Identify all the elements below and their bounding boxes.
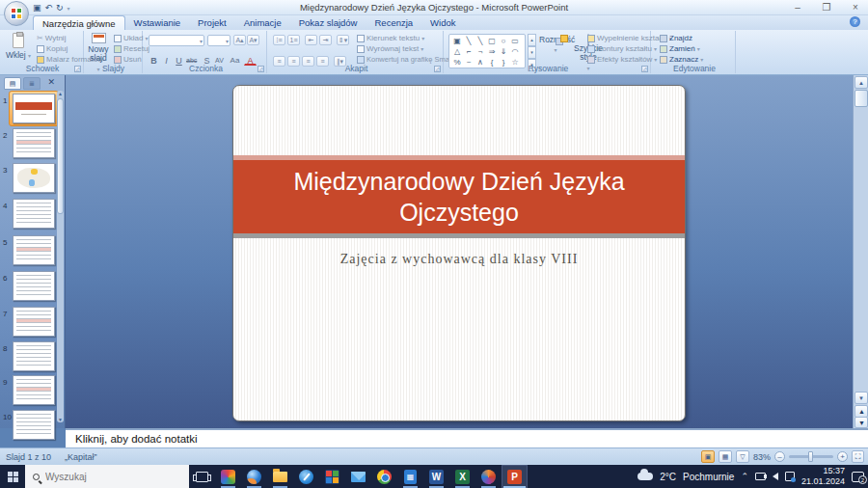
action-center-icon[interactable] bbox=[785, 472, 795, 481]
replace-button[interactable]: Zamień ▾ bbox=[660, 44, 700, 53]
shape-arc-icon[interactable]: ◠ bbox=[509, 46, 521, 57]
shape-elbow-icon[interactable]: ⌐ bbox=[463, 46, 475, 57]
hidden-icons-chevron-icon[interactable]: ⌃ bbox=[741, 472, 748, 481]
slide-thumbnail-7[interactable] bbox=[13, 307, 55, 337]
slide-subtitle[interactable]: Zajęcia z wychowawcą dla klasy VIII bbox=[233, 252, 685, 267]
taskbar-excel[interactable]: X bbox=[449, 465, 475, 488]
fit-to-window-button[interactable]: ⛶ bbox=[852, 450, 864, 463]
shape-rounded-rect-icon[interactable]: ▭ bbox=[509, 36, 521, 46]
weather-cloud-icon[interactable] bbox=[637, 473, 653, 480]
task-view-button[interactable] bbox=[189, 465, 215, 488]
shape-triangle-icon[interactable]: △ bbox=[451, 46, 463, 57]
taskbar-powerpoint[interactable]: P bbox=[502, 465, 528, 488]
taskbar-mail[interactable] bbox=[345, 465, 371, 488]
paragraph-dialog-launcher-icon[interactable]: ◿ bbox=[434, 66, 441, 72]
shape-arrow-icon[interactable]: ╲ bbox=[475, 36, 486, 46]
tab-slideshow[interactable]: Pokaz slajdów bbox=[290, 15, 366, 29]
next-slide-button[interactable]: ▼▼ bbox=[854, 417, 868, 428]
taskbar-calculator[interactable]: ▦ bbox=[397, 465, 423, 488]
delete-slide-button[interactable]: Usuń bbox=[114, 55, 142, 64]
shapes-scroll-down-icon[interactable]: ▾ bbox=[528, 46, 536, 59]
shrink-font-button[interactable]: A▾ bbox=[247, 35, 259, 45]
arrange-button[interactable]: Rozmieść▾ bbox=[539, 35, 572, 54]
slide-thumbnail-3[interactable] bbox=[13, 163, 55, 193]
slide-thumbnail-1[interactable] bbox=[13, 94, 55, 123]
paste-button[interactable]: Wklej ▾ bbox=[3, 33, 34, 60]
outline-tab[interactable]: ≣ bbox=[23, 77, 41, 90]
taskbar-paint[interactable] bbox=[475, 465, 502, 488]
align-text-button[interactable]: Wyrównaj tekst ▾ bbox=[357, 44, 423, 53]
text-direction-button[interactable]: Kierunek tekstu ▾ bbox=[357, 34, 424, 42]
tab-insert[interactable]: Wstawianie bbox=[125, 15, 190, 29]
panel-scroll-down-icon[interactable]: ▼ bbox=[57, 417, 64, 422]
shape-oval-icon[interactable]: ○ bbox=[498, 36, 509, 46]
taskbar-chrome[interactable] bbox=[371, 465, 397, 488]
font-size-combo[interactable]: ▾ bbox=[207, 35, 231, 46]
font-dialog-launcher-icon[interactable]: ◿ bbox=[258, 66, 264, 72]
numbering-button[interactable]: 1≡ bbox=[287, 35, 300, 45]
scroll-up-icon[interactable]: ▲ bbox=[854, 76, 868, 89]
office-button[interactable] bbox=[4, 1, 29, 26]
scroll-thumb[interactable] bbox=[854, 90, 868, 107]
panel-scroll-thumb[interactable] bbox=[57, 98, 64, 214]
tab-animations[interactable]: Animacje bbox=[235, 15, 290, 29]
slide-thumbnail-6[interactable] bbox=[13, 271, 55, 301]
close-button[interactable]: × bbox=[849, 2, 862, 13]
taskbar-search[interactable] bbox=[25, 465, 189, 488]
tab-view[interactable]: Widok bbox=[421, 15, 464, 29]
grow-font-button[interactable]: A▴ bbox=[233, 35, 246, 45]
slide-thumbnail-9[interactable] bbox=[13, 375, 55, 405]
shapes-scroll-up-icon[interactable]: ▴ bbox=[528, 34, 536, 46]
tray-temperature[interactable]: 2°C bbox=[660, 472, 676, 482]
taskbar-edge-browser[interactable] bbox=[241, 465, 267, 488]
notes-placeholder[interactable]: Kliknij, aby dodać notatki bbox=[75, 433, 198, 445]
slide-thumbnail-5[interactable] bbox=[13, 235, 55, 265]
cut-button[interactable]: ✂Wytnij bbox=[37, 34, 66, 42]
increase-indent-button[interactable]: ⇥ bbox=[319, 35, 332, 45]
slide-thumbnail-8[interactable] bbox=[13, 341, 55, 371]
shape-outline-button[interactable]: Kontury kształtu ▾ bbox=[587, 44, 657, 53]
zoom-out-button[interactable]: – bbox=[774, 451, 785, 462]
slide-sorter-button[interactable]: ▦ bbox=[719, 450, 732, 463]
slides-tab[interactable]: ▤ bbox=[4, 77, 21, 90]
taskbar-media-player[interactable] bbox=[215, 465, 241, 488]
drawing-dialog-launcher-icon[interactable]: ◿ bbox=[641, 66, 648, 72]
layout-button[interactable]: Układ ▾ bbox=[114, 34, 148, 42]
taskbar-store[interactable] bbox=[319, 465, 345, 488]
slide-title[interactable]: Międzynarodowy Dzień Języka Ojczystego bbox=[233, 166, 685, 229]
bullets-button[interactable]: ⁝≡ bbox=[273, 35, 285, 45]
notifications-icon[interactable]: 2 bbox=[852, 472, 864, 482]
speaker-icon[interactable] bbox=[773, 473, 778, 480]
shape-rectangle-icon[interactable]: ▢ bbox=[486, 36, 498, 46]
tray-weather-condition[interactable]: Pochmurnie bbox=[683, 472, 734, 482]
panel-scroll-up-icon[interactable]: ▲ bbox=[57, 91, 64, 96]
shape-line-icon[interactable]: ╲ bbox=[463, 36, 475, 46]
clock[interactable]: 15:37 21.01.2024 bbox=[801, 466, 845, 487]
shape-down-arrow-icon[interactable]: ⇓ bbox=[498, 46, 509, 57]
main-scrollbar[interactable]: ▲ ▼ ▲▲ ▼▼ bbox=[853, 75, 868, 428]
restore-button[interactable]: ❐ bbox=[820, 2, 833, 13]
start-button[interactable] bbox=[0, 465, 25, 488]
taskbar-compass-browser[interactable] bbox=[293, 465, 319, 488]
font-name-combo[interactable]: ▾ bbox=[149, 35, 204, 46]
tab-home[interactable]: Narzędzia główne bbox=[33, 15, 125, 30]
panel-close-icon[interactable]: ✕ bbox=[47, 77, 55, 87]
minimize-button[interactable]: – bbox=[791, 2, 804, 13]
title-banner[interactable]: Międzynarodowy Dzień Języka Ojczystego bbox=[233, 160, 685, 233]
clipboard-dialog-launcher-icon[interactable]: ◿ bbox=[74, 66, 81, 72]
reset-button[interactable]: Resetuj bbox=[114, 44, 149, 53]
taskbar-file-explorer[interactable] bbox=[267, 465, 293, 488]
select-button[interactable]: Zaznacz ▾ bbox=[660, 55, 703, 64]
find-button[interactable]: Znajdź bbox=[660, 34, 692, 42]
slideshow-button[interactable]: ▽ bbox=[736, 450, 749, 463]
slide-thumbnail-10[interactable] bbox=[13, 410, 55, 440]
help-icon[interactable]: ? bbox=[850, 16, 860, 27]
line-spacing-button[interactable]: ⇕▾ bbox=[337, 35, 349, 45]
panel-scrollbar[interactable]: ▲ ▼ bbox=[57, 91, 64, 422]
scroll-down-icon[interactable]: ▼ bbox=[854, 392, 868, 404]
shape-elbow-arrow-icon[interactable]: ¬ bbox=[475, 46, 486, 57]
normal-view-button[interactable]: ▣ bbox=[701, 450, 715, 463]
zoom-slider-knob[interactable] bbox=[808, 451, 813, 462]
tab-review[interactable]: Recenzja bbox=[366, 15, 421, 29]
shape-picture-icon[interactable]: ▣ bbox=[451, 36, 463, 46]
